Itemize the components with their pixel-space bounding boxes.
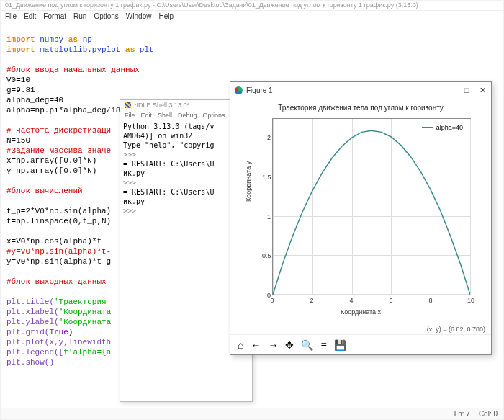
shell-menu-shell[interactable]: Shell	[158, 112, 172, 119]
menu-help[interactable]: Help	[158, 12, 174, 20]
chart-legend: alpha=40	[418, 122, 467, 133]
figure-max-button[interactable]: □	[462, 86, 471, 95]
menu-options[interactable]: Options	[94, 12, 118, 20]
pan-icon[interactable]: ✥	[285, 339, 294, 351]
zoom-icon[interactable]: 🔍	[301, 339, 313, 351]
figure-titlebar: Figure 1 — □ ✕	[230, 82, 491, 98]
shell-menu-edit[interactable]: Edit	[141, 112, 153, 119]
y-axis-label: Координата y	[245, 161, 252, 202]
matplotlib-icon	[235, 86, 243, 94]
menu-file[interactable]: File	[5, 12, 17, 20]
menu-run[interactable]: Run	[73, 12, 86, 20]
menu-window[interactable]: Window	[126, 12, 152, 20]
figure-close-button[interactable]: ✕	[478, 86, 487, 95]
editor-menubar: File Edit Format Run Options Window Help	[1, 11, 503, 22]
home-icon[interactable]: ⌂	[238, 339, 243, 351]
trajectory-line	[273, 119, 470, 295]
status-col: Col: 0	[479, 410, 498, 418]
status-ln: Ln: 7	[454, 410, 470, 418]
figure-window[interactable]: Figure 1 — □ ✕ Траектория движения тела …	[230, 81, 492, 355]
x-axis-label: Координата x	[238, 308, 484, 316]
shell-menu-file[interactable]: File	[125, 112, 135, 119]
plot-axes: alpha=40	[272, 118, 471, 295]
editor-statusbar: Ln: 7 Col: 0	[1, 408, 503, 419]
idle-icon	[125, 102, 131, 108]
chart-title: Траектория движения тела под углом к гор…	[238, 101, 484, 113]
figure-min-button[interactable]: —	[446, 86, 455, 95]
forward-icon[interactable]: →	[268, 339, 278, 351]
configure-icon[interactable]: ≡	[320, 339, 326, 351]
legend-line-icon	[422, 127, 433, 128]
figure-toolbar: ⌂ ← → ✥ 🔍 ≡ 💾	[230, 334, 491, 354]
plot-canvas[interactable]: Траектория движения тела под углом к гор…	[238, 101, 484, 324]
cursor-coords: (x, y) = (6.82, 0.780)	[427, 326, 485, 333]
menu-format[interactable]: Format	[43, 12, 66, 20]
shell-menu-options[interactable]: Options	[203, 112, 225, 119]
save-icon[interactable]: 💾	[334, 339, 346, 351]
editor-title: 01_Движение под углом к горизонту 1 граф…	[1, 1, 503, 11]
back-icon[interactable]: ←	[251, 339, 261, 351]
menu-edit[interactable]: Edit	[24, 12, 36, 20]
shell-menu-debug[interactable]: Debug	[178, 112, 197, 119]
